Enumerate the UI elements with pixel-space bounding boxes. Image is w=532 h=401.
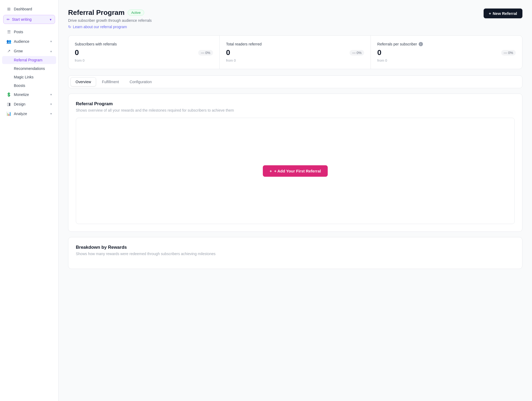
posts-icon: ☰ bbox=[6, 29, 11, 34]
sidebar-item-boosts[interactable]: Boosts bbox=[2, 82, 56, 90]
new-referral-plus-icon: + bbox=[489, 11, 491, 16]
dashboard-icon: ⊞ bbox=[6, 7, 11, 11]
add-referral-plus-icon: + bbox=[270, 169, 272, 173]
design-label: Design bbox=[14, 102, 26, 106]
referral-program-card-title: Referral Program bbox=[76, 101, 515, 107]
active-badge: Active bbox=[128, 10, 144, 16]
monetize-icon: 💲 bbox=[6, 92, 11, 97]
monetize-chevron-icon: ▾ bbox=[50, 93, 52, 96]
chevron-down-icon: ▾ bbox=[50, 18, 52, 22]
refresh-icon: ↻ bbox=[68, 25, 71, 29]
stat-from-subscribers: from 0 bbox=[75, 58, 213, 62]
stats-row: Subscribers with referrals 0 — 0% from 0… bbox=[68, 35, 522, 69]
design-chevron-icon: ▾ bbox=[50, 102, 52, 106]
page-title: Referral Program bbox=[68, 9, 124, 17]
tab-overview[interactable]: Overview bbox=[70, 77, 96, 86]
stat-value-readers: 0 bbox=[226, 48, 230, 57]
design-icon: ◨ bbox=[6, 102, 11, 107]
new-referral-button[interactable]: + New Referral bbox=[484, 9, 522, 18]
info-icon[interactable]: i bbox=[419, 42, 423, 46]
add-first-referral-label: + Add Your First Referral bbox=[274, 169, 321, 173]
breakdown-card-title: Breakdown by Rewards bbox=[76, 245, 515, 250]
tabs-bar: Overview Fulfillment Configuration bbox=[68, 75, 522, 88]
stat-value-subscribers: 0 bbox=[75, 48, 79, 57]
sidebar-item-audience[interactable]: 👥 Audience ▾ bbox=[2, 37, 56, 46]
start-writing-button[interactable]: ✏ Start writing ▾ bbox=[3, 15, 55, 24]
posts-label: Posts bbox=[14, 30, 23, 34]
boosts-label: Boosts bbox=[14, 83, 25, 88]
recommendations-label: Recommendations bbox=[14, 66, 45, 71]
learn-link[interactable]: ↻ Learn about our referral program bbox=[68, 25, 152, 29]
tab-fulfillment[interactable]: Fulfillment bbox=[97, 77, 124, 86]
sidebar-item-analyze[interactable]: 📊 Analyze ▾ bbox=[2, 109, 56, 118]
sidebar-item-dashboard[interactable]: ⊞ Dashboard bbox=[2, 5, 56, 14]
stat-card-per-subscriber: Referrals per subscriber i 0 — 0% from 0 bbox=[371, 36, 522, 69]
referral-program-card-subtitle: Shows overview of all your rewards and t… bbox=[76, 108, 515, 112]
analyze-icon: 📊 bbox=[6, 111, 11, 116]
dashboard-label: Dashboard bbox=[14, 7, 32, 11]
page-title-row: Referral Program Active bbox=[68, 9, 152, 17]
analyze-label: Analyze bbox=[14, 112, 27, 116]
sidebar-item-design[interactable]: ◨ Design ▾ bbox=[2, 100, 56, 109]
audience-label: Audience bbox=[14, 39, 29, 44]
tab-configuration[interactable]: Configuration bbox=[125, 77, 156, 86]
sidebar-item-grow[interactable]: ↗ Grow ▴ bbox=[2, 47, 56, 56]
grow-label: Grow bbox=[14, 49, 23, 53]
stat-from-per-subscriber: from 0 bbox=[377, 58, 516, 62]
monetize-label: Monetize bbox=[14, 92, 29, 97]
grow-chevron-icon: ▴ bbox=[50, 49, 52, 53]
audience-chevron-icon: ▾ bbox=[50, 40, 52, 43]
stat-change-readers: — 0% bbox=[350, 50, 364, 56]
analyze-chevron-icon: ▾ bbox=[50, 112, 52, 116]
referral-program-label: Referral Program bbox=[14, 58, 42, 62]
stat-change-subscribers: — 0% bbox=[198, 50, 213, 56]
sidebar-item-magic-links[interactable]: Magic Links bbox=[2, 73, 56, 81]
sidebar-item-posts[interactable]: ☰ Posts bbox=[2, 27, 56, 36]
new-referral-label: New Referral bbox=[493, 11, 517, 16]
page-header: Referral Program Active Drive subscriber… bbox=[68, 9, 522, 29]
sidebar-item-recommendations[interactable]: Recommendations bbox=[2, 65, 56, 73]
sidebar-item-monetize[interactable]: 💲 Monetize ▾ bbox=[2, 90, 56, 99]
stat-label-per-subscriber: Referrals per subscriber bbox=[377, 42, 417, 46]
add-first-referral-button[interactable]: + + Add Your First Referral bbox=[263, 165, 328, 177]
page-subtitle: Drive subscriber growth through audience… bbox=[68, 18, 152, 23]
main-content: Referral Program Active Drive subscriber… bbox=[59, 0, 532, 401]
stat-label-readers: Total readers referred bbox=[226, 42, 262, 46]
referral-program-card: Referral Program Shows overview of all y… bbox=[68, 94, 522, 232]
breakdown-card: Breakdown by Rewards Shows how many rewa… bbox=[68, 237, 522, 269]
breakdown-card-subtitle: Shows how many rewards were redeemed thr… bbox=[76, 252, 515, 256]
page-title-area: Referral Program Active Drive subscriber… bbox=[68, 9, 152, 29]
stat-value-per-subscriber: 0 bbox=[377, 48, 381, 57]
stat-card-subscribers: Subscribers with referrals 0 — 0% from 0 bbox=[68, 36, 220, 69]
sidebar-item-referral-program[interactable]: Referral Program bbox=[2, 56, 56, 64]
stat-from-readers: from 0 bbox=[226, 58, 364, 62]
start-writing-label: Start writing bbox=[12, 17, 32, 22]
sidebar: ⊞ Dashboard ✏ Start writing ▾ ☰ Posts 👥 … bbox=[0, 0, 59, 401]
stat-change-per-subscriber: — 0% bbox=[501, 50, 516, 56]
grow-icon: ↗ bbox=[6, 49, 11, 53]
pencil-icon: ✏ bbox=[7, 17, 10, 22]
magic-links-label: Magic Links bbox=[14, 75, 34, 79]
stat-label-subscribers: Subscribers with referrals bbox=[75, 42, 117, 46]
learn-link-text: Learn about our referral program bbox=[73, 25, 127, 29]
stat-card-readers: Total readers referred 0 — 0% from 0 bbox=[220, 36, 371, 69]
audience-icon: 👥 bbox=[6, 39, 11, 44]
referral-program-empty-area: + + Add Your First Referral bbox=[76, 118, 515, 224]
